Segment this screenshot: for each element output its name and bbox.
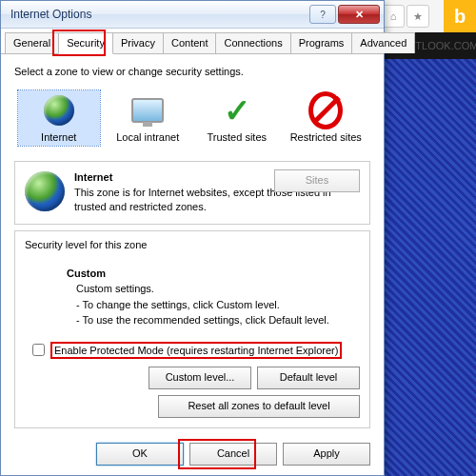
security-level-group: Security level for this zone Custom Cust… (14, 230, 370, 428)
tab-content[interactable]: Content (163, 32, 217, 53)
zone-trusted-sites[interactable]: ✓ Trusted sites (196, 90, 278, 146)
level-name: Custom (67, 268, 106, 279)
level-sub0: Custom settings. (67, 281, 360, 297)
level-sub1: - To change the settings, click Custom l… (67, 297, 360, 313)
check-icon: ✓ (220, 93, 254, 128)
protected-mode-label: Enable Protected Mode (requires restarti… (50, 342, 342, 359)
tab-security[interactable]: Security (58, 32, 113, 54)
zone-desc-title: Internet (74, 171, 112, 183)
sites-button: Sites (274, 169, 360, 192)
bing-logo-icon[interactable]: b (444, 0, 476, 32)
zone-label: Restricted sites (290, 131, 362, 143)
internet-options-dialog: Internet Options ? ✕ General Security Pr… (0, 0, 385, 476)
apply-button[interactable]: Apply (283, 443, 370, 466)
tab-content: Select a zone to view or change security… (1, 54, 384, 436)
tab-programs[interactable]: Programs (290, 32, 353, 53)
zone-internet[interactable]: Internet (18, 90, 100, 146)
default-level-button[interactable]: Default level (257, 367, 360, 389)
security-level-header: Security level for this zone (25, 239, 360, 250)
reset-zones-button[interactable]: Reset all zones to default level (158, 395, 360, 418)
globe-icon (42, 93, 76, 128)
browser-toolbar: ⌂ ★ b (376, 0, 476, 33)
custom-level-button[interactable]: Custom level... (149, 367, 251, 389)
protected-mode-checkbox[interactable] (32, 344, 45, 356)
tab-advanced[interactable]: Advanced (351, 32, 415, 53)
tab-general[interactable]: General (5, 32, 59, 53)
zone-label: Internet (41, 131, 76, 143)
zone-restricted-sites[interactable]: Restricted sites (285, 90, 367, 146)
level-sub2: - To use the recommended settings, click… (67, 312, 360, 328)
zone-description-group: Internet This zone is for Internet websi… (14, 161, 370, 225)
help-button[interactable]: ? (309, 5, 336, 24)
titlebar[interactable]: Internet Options ? ✕ (1, 1, 384, 29)
zone-label: Local intranet (116, 131, 179, 143)
cancel-button[interactable]: Cancel (189, 443, 277, 466)
monitor-icon (130, 93, 165, 128)
zone-instruction: Select a zone to view or change security… (14, 66, 370, 77)
close-button[interactable]: ✕ (338, 5, 380, 24)
globe-icon (25, 171, 65, 211)
protected-mode-row[interactable]: Enable Protected Mode (requires restarti… (32, 342, 360, 359)
ok-button[interactable]: OK (96, 443, 184, 466)
home-icon[interactable]: ⌂ (382, 5, 405, 28)
zone-list: Internet Local intranet ✓ Trusted sites … (14, 87, 370, 155)
forbidden-icon (308, 93, 343, 128)
zone-local-intranet[interactable]: Local intranet (107, 90, 188, 146)
zone-label: Trusted sites (207, 131, 267, 143)
tab-strip: General Security Privacy Content Connect… (1, 29, 384, 54)
dialog-button-row: OK Cancel Apply (96, 443, 370, 466)
tab-privacy[interactable]: Privacy (112, 32, 164, 53)
favorite-icon[interactable]: ★ (407, 5, 429, 28)
dialog-title: Internet Options (5, 8, 307, 21)
tab-connections[interactable]: Connections (215, 32, 290, 53)
